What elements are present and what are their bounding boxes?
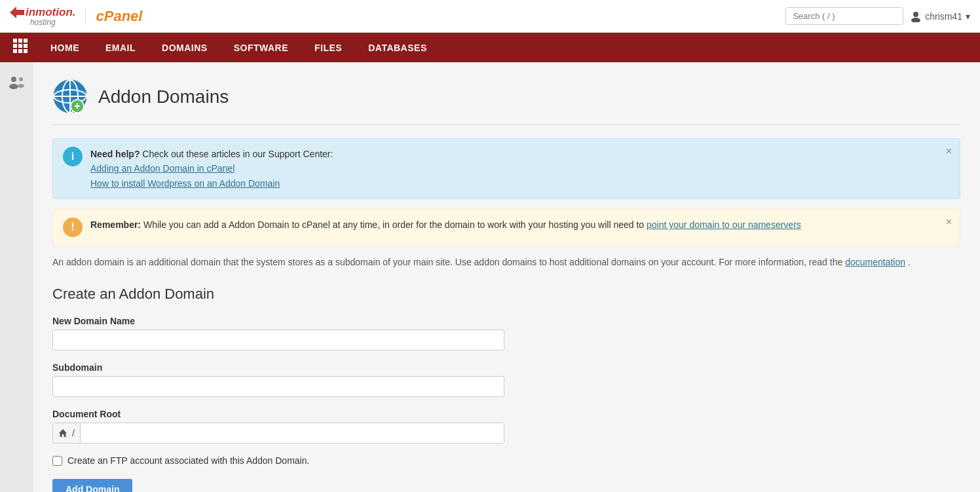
document-root-input[interactable] — [81, 423, 504, 443]
info-link-2[interactable]: How to install Wordpress on an Addon Dom… — [90, 178, 280, 189]
brand-inmotion-text: inmotion. — [26, 6, 75, 19]
info-alert-content: Need help? Check out these articles in o… — [90, 147, 950, 191]
warning-alert: ! Remember: While you can add a Addon Do… — [52, 209, 960, 246]
svg-marker-23 — [59, 429, 67, 437]
nav-bar: HOME EMAIL DOMAINS SOFTWARE FILES DATABA… — [0, 33, 980, 62]
username-label: chrism41 — [925, 11, 962, 22]
svg-rect-7 — [18, 44, 22, 48]
svg-rect-6 — [13, 44, 17, 48]
svg-rect-10 — [18, 49, 22, 53]
document-root-label: Document Root — [52, 409, 960, 419]
header-right: chrism41 ▾ — [785, 7, 970, 25]
svg-point-2 — [911, 18, 920, 22]
warning-alert-text: While you can add a Addon Domain to cPan… — [143, 219, 647, 230]
warning-alert-content: Remember: While you can add a Addon Doma… — [90, 218, 950, 232]
svg-rect-11 — [24, 49, 28, 53]
body-text-main: An addon domain is an additional domain … — [52, 257, 845, 267]
page-header: + Addon Domains — [52, 79, 960, 125]
document-root-wrapper: / — [52, 423, 504, 444]
nav-item-home[interactable]: HOME — [37, 33, 92, 62]
nav-item-email[interactable]: EMAIL — [92, 33, 149, 62]
warning-alert-icon: ! — [63, 218, 83, 237]
subdomain-input[interactable] — [52, 376, 504, 397]
page-title: Addon Domains — [98, 86, 229, 107]
svg-point-1 — [913, 12, 918, 17]
nav-item-domains[interactable]: DOMAINS — [149, 33, 221, 62]
nav-items: HOME EMAIL DOMAINS SOFTWARE FILES DATABA… — [37, 33, 440, 62]
info-alert-icon: i — [63, 147, 83, 166]
sidebar — [0, 62, 33, 492]
warning-nameserver-link[interactable]: point your domain to our nameservers — [647, 219, 801, 230]
add-domain-button[interactable]: Add Domain — [52, 479, 132, 492]
svg-point-15 — [18, 84, 24, 88]
info-alert-text: Check out these articles in our Support … — [140, 149, 333, 159]
svg-point-12 — [11, 77, 16, 82]
ftp-checkbox-label: Create an FTP account associated with th… — [67, 455, 309, 466]
ftp-checkbox-row: Create an FTP account associated with th… — [52, 455, 960, 466]
user-menu[interactable]: chrism41 ▾ — [910, 10, 970, 22]
body-text: An addon domain is an additional domain … — [52, 255, 960, 269]
subdomain-label: Subdomain — [52, 362, 960, 373]
top-header: inmotion. hosting cPanel chrism41 ▾ — [0, 0, 980, 33]
addon-domains-icon: + — [52, 79, 88, 115]
search-input[interactable] — [785, 7, 903, 25]
apps-grid-icon — [13, 39, 28, 53]
svg-rect-4 — [18, 39, 22, 43]
new-domain-input[interactable] — [52, 330, 504, 350]
grid-icon[interactable] — [3, 39, 37, 56]
form-group-document-root: Document Root / — [52, 409, 960, 444]
brand-hosting-text: hosting — [30, 18, 56, 27]
layout: + Addon Domains i Need help? Check out t… — [0, 62, 980, 492]
svg-point-13 — [9, 84, 18, 89]
form-section-title: Create an Addon Domain — [52, 286, 960, 303]
svg-point-14 — [19, 77, 23, 81]
document-root-prefix: / — [53, 423, 81, 443]
warning-alert-bold: Remember: — [90, 219, 141, 230]
cpanel-logo: cPanel — [85, 8, 142, 25]
form-group-subdomain: Subdomain — [52, 362, 960, 397]
form-group-new-domain: New Domain Name — [52, 316, 960, 350]
dropdown-arrow-icon: ▾ — [966, 11, 970, 22]
svg-text:+: + — [74, 100, 80, 111]
svg-rect-8 — [24, 44, 28, 48]
user-icon — [910, 10, 922, 22]
nav-item-databases[interactable]: DATABASES — [355, 33, 440, 62]
new-domain-label: New Domain Name — [52, 316, 960, 326]
warning-alert-close[interactable]: × — [946, 216, 952, 228]
info-alert-bold: Need help? — [90, 149, 140, 159]
svg-rect-3 — [13, 39, 17, 43]
main-content: + Addon Domains i Need help? Check out t… — [33, 62, 980, 492]
nav-item-software[interactable]: SOFTWARE — [221, 33, 301, 62]
body-text-end: . — [908, 257, 911, 267]
inmotion-logo: inmotion. hosting — [10, 6, 75, 27]
svg-marker-0 — [10, 7, 24, 18]
nav-item-files[interactable]: FILES — [301, 33, 355, 62]
sidebar-users-icon[interactable] — [6, 72, 27, 93]
home-icon — [58, 428, 67, 438]
info-link-1[interactable]: Adding an Addon Domain in cPanel — [90, 163, 235, 174]
logo-area: inmotion. hosting cPanel — [10, 6, 142, 27]
svg-rect-9 — [13, 49, 17, 53]
info-alert: i Need help? Check out these articles in… — [52, 138, 960, 199]
info-alert-close[interactable]: × — [946, 145, 952, 157]
inmotion-arrow-icon — [10, 7, 24, 18]
svg-rect-5 — [24, 39, 28, 43]
documentation-link[interactable]: documentation — [845, 257, 905, 267]
ftp-checkbox[interactable] — [52, 456, 62, 466]
